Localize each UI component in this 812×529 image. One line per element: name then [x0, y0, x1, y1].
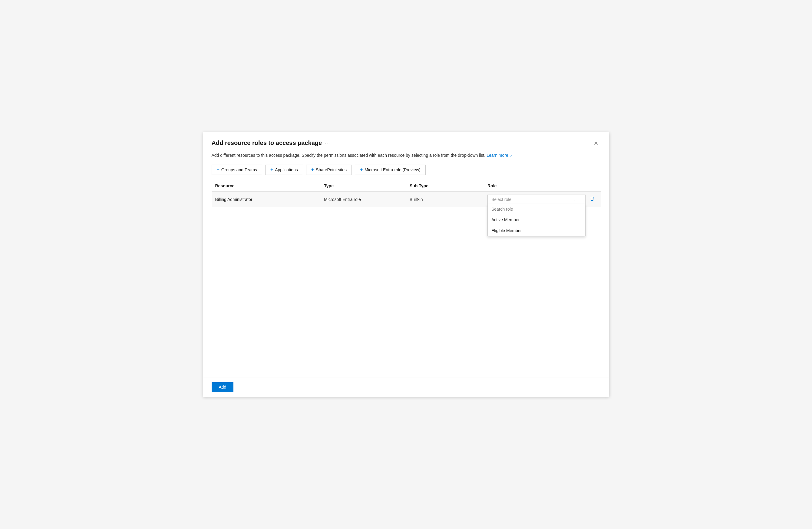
add-sharepoint-sites-button[interactable]: + SharePoint sites: [306, 165, 352, 175]
table-header: Resource Type Sub Type Role: [212, 181, 601, 192]
trash-icon: [590, 196, 595, 201]
chevron-down-icon: ⌄: [572, 197, 576, 202]
table-row: Billing Administrator Microsoft Entra ro…: [212, 192, 601, 208]
role-dropdown-menu: Active Member Eligible Member: [488, 204, 585, 236]
role-cell-wrapper: Select role ⌄ Active Member Eligible Mem…: [488, 195, 597, 204]
add-entra-role-button[interactable]: + Microsoft Entra role (Preview): [355, 165, 426, 175]
applications-label: Applications: [275, 167, 298, 172]
add-applications-button[interactable]: + Applications: [265, 165, 303, 175]
add-resource-roles-dialog: Add resource roles to access package ···…: [203, 132, 609, 397]
subtype-cell: Built-In: [406, 192, 484, 208]
plus-icon: +: [311, 167, 314, 173]
select-role-placeholder: Select role: [491, 197, 511, 202]
dialog-header: Add resource roles to access package ···…: [203, 132, 609, 152]
select-role-wrapper: Select role ⌄ Active Member Eligible Mem…: [488, 195, 585, 204]
column-header-type: Type: [320, 181, 406, 192]
add-groups-teams-button[interactable]: + Groups and Teams: [212, 165, 262, 175]
dialog-description: Add different resources to this access p…: [203, 152, 609, 165]
plus-icon: +: [360, 167, 363, 173]
dialog-footer: Add: [203, 377, 609, 397]
column-header-role: Role: [484, 181, 601, 192]
dialog-title: Add resource roles to access package: [212, 139, 322, 146]
entra-role-label: Microsoft Entra role (Preview): [364, 167, 420, 172]
role-option-eligible-member[interactable]: Eligible Member: [488, 225, 585, 236]
search-role-input[interactable]: [488, 204, 585, 214]
column-header-subtype: Sub Type: [406, 181, 484, 192]
delete-row-button[interactable]: [588, 195, 597, 203]
column-header-resource: Resource: [212, 181, 321, 192]
plus-icon: +: [217, 167, 219, 173]
external-link-icon: ↗: [509, 154, 512, 157]
resource-type-buttons: + Groups and Teams + Applications + Shar…: [203, 165, 609, 181]
footer-add-button[interactable]: Add: [212, 382, 234, 392]
table-body: Billing Administrator Microsoft Entra ro…: [212, 192, 601, 208]
resource-cell: Billing Administrator: [212, 192, 321, 208]
close-button[interactable]: ✕: [591, 139, 601, 147]
plus-icon: +: [270, 167, 273, 173]
title-area: Add resource roles to access package ···: [212, 139, 332, 146]
role-cell: Select role ⌄ Active Member Eligible Mem…: [484, 192, 601, 208]
type-cell: Microsoft Entra role: [320, 192, 406, 208]
groups-teams-label: Groups and Teams: [221, 167, 257, 172]
more-options-icon[interactable]: ···: [325, 140, 331, 146]
sharepoint-sites-label: SharePoint sites: [316, 167, 347, 172]
role-option-active-member[interactable]: Active Member: [488, 214, 585, 225]
description-text: Add different resources to this access p…: [212, 153, 485, 158]
learn-more-link[interactable]: Learn more: [487, 153, 508, 158]
select-role-button[interactable]: Select role ⌄: [488, 195, 585, 204]
resource-table: Resource Type Sub Type Role Billing Admi…: [212, 181, 601, 207]
resource-table-container: Resource Type Sub Type Role Billing Admi…: [203, 181, 609, 377]
